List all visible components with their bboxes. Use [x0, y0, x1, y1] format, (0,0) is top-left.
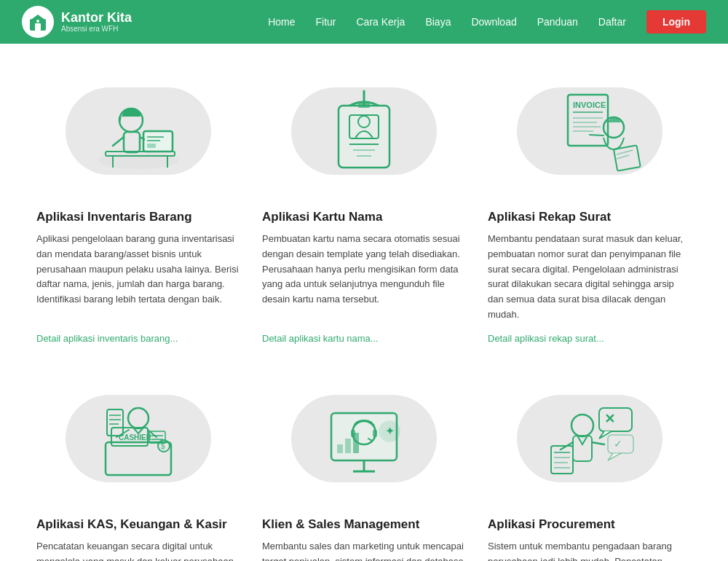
svg-line-32 [617, 155, 630, 159]
app-link-inventaris[interactable]: Detail aplikasi inventaris barang... [36, 333, 240, 344]
svg-rect-1 [35, 23, 41, 31]
svg-rect-65 [551, 446, 573, 474]
svg-point-3 [98, 152, 178, 169]
app-title-rekap-surat: Aplikasi Rekap Surat [488, 210, 692, 224]
app-desc-rekap-surat: Membantu pendataan surat masuk dan kelua… [488, 232, 692, 323]
svg-text:✓: ✓ [614, 438, 622, 450]
svg-rect-60 [573, 436, 592, 461]
svg-text:INVOICE: INVOICE [573, 101, 606, 109]
svg-text:CASHIER: CASHIER [119, 434, 152, 442]
nav-download[interactable]: Download [471, 16, 516, 28]
app-desc-kartu-nama: Pembuatan kartu nama secara otomatis ses… [262, 232, 466, 323]
illustration-inventaris [36, 66, 240, 197]
app-title-kas: Aplikasi KAS, Keuangan & Kasir [36, 517, 240, 532]
nav-menu: Home Fitur Cara Kerja Biaya Download Pan… [268, 10, 706, 34]
nav-daftar[interactable]: Daftar [598, 16, 626, 28]
app-desc-inventaris: Aplikasi pengelolaan barang guna inventa… [36, 232, 240, 323]
nav-home[interactable]: Home [268, 16, 295, 28]
illustration-kartu-nama [262, 66, 466, 197]
svg-text:✕: ✕ [604, 412, 615, 426]
app-link-kartu-nama[interactable]: Detail aplikasi kartu nama... [262, 333, 466, 344]
app-card-inventaris: Aplikasi Inventaris Barang Aplikasi peng… [36, 66, 240, 344]
illustration-kas: CASHIER $ [36, 373, 240, 504]
app-card-kartu-nama: Aplikasi Kartu Nama Pembuatan kartu nama… [262, 66, 466, 344]
navbar: Kantor Kita Absensi era WFH Home Fitur C… [0, 0, 728, 44]
svg-rect-21 [358, 102, 370, 108]
app-desc-kas: Pencatatan keuangan secara digital untuk… [36, 539, 240, 561]
app-link-rekap-surat[interactable]: Detail aplikasi rekap surat... [488, 333, 692, 344]
nav-fitur[interactable]: Fitur [315, 16, 336, 28]
svg-point-39 [128, 408, 149, 428]
svg-point-2 [36, 20, 39, 23]
logo-icon [22, 6, 54, 38]
app-title-sales: Klien & Sales Management [262, 517, 466, 532]
svg-point-59 [571, 415, 593, 436]
app-card-rekap-surat: INVOICE Aplik [488, 66, 692, 344]
illustration-sales: ✦ [262, 373, 466, 504]
app-desc-sales: Membantu sales dan marketing untuk menca… [262, 539, 466, 561]
svg-rect-52 [373, 430, 377, 437]
app-title-procurement: Aplikasi Procurement [488, 517, 692, 532]
svg-rect-55 [345, 439, 351, 453]
illustration-rekap-surat: INVOICE [488, 66, 692, 197]
logo[interactable]: Kantor Kita Absensi era WFH [22, 6, 132, 38]
app-title-kartu-nama: Aplikasi Kartu Nama [262, 210, 466, 224]
svg-text:$: $ [161, 442, 165, 450]
nav-panduan[interactable]: Panduan [537, 16, 578, 28]
illustration-procurement: ✕ ✓ [488, 373, 692, 504]
svg-rect-54 [337, 444, 343, 453]
svg-rect-5 [124, 132, 140, 152]
svg-rect-10 [147, 144, 156, 148]
svg-rect-56 [353, 433, 359, 453]
svg-line-31 [617, 150, 633, 154]
login-button[interactable]: Login [646, 10, 706, 34]
main-content: Aplikasi Inventaris Barang Aplikasi peng… [0, 44, 728, 561]
app-card-kas: CASHIER $ [36, 373, 240, 561]
app-desc-procurement: Sistem untuk membantu pengadaan barang p… [488, 539, 692, 561]
apps-grid: Aplikasi Inventaris Barang Aplikasi peng… [36, 66, 692, 561]
nav-cara-kerja[interactable]: Cara Kerja [356, 16, 405, 28]
app-title-inventaris: Aplikasi Inventaris Barang [36, 210, 240, 224]
app-card-sales: ✦ Klien & Sales Management Membantu sale… [262, 373, 466, 561]
nav-biaya[interactable]: Biaya [425, 16, 451, 28]
svg-text:✦: ✦ [385, 425, 395, 437]
logo-text: Kantor Kita Absensi era WFH [61, 11, 132, 34]
svg-rect-42 [107, 409, 123, 436]
app-card-procurement: ✕ ✓ Aplikasi Procurement Sistem untuk me… [488, 373, 692, 561]
